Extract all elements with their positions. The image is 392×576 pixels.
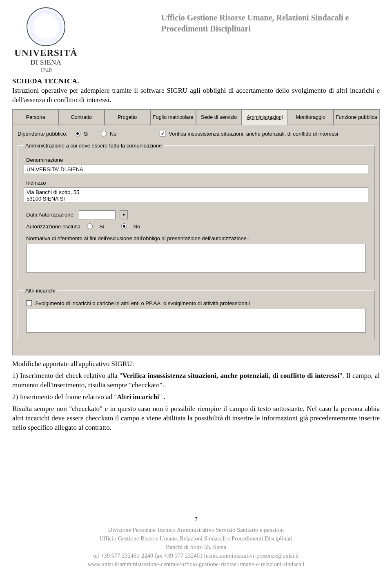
textarea-altri-incarichi[interactable]: [26, 309, 366, 333]
radio-auth-no[interactable]: [121, 223, 127, 229]
label-normativa: Normativa di riferimento ai fini dell'es…: [26, 235, 366, 241]
footer-line-1: Divisione Personale Tecnico Amministrati…: [24, 526, 368, 534]
fieldset-amministrazione: Amministrazione a cui deve essere fatta …: [18, 143, 374, 280]
fieldset-altri-incarichi: Altri incarichi Svolgimento di incarichi…: [18, 288, 374, 340]
label-denominazione: Denominazione: [26, 157, 368, 163]
page-number: 7: [24, 515, 368, 524]
tab-monitoraggio[interactable]: Monitoraggio: [288, 109, 334, 125]
point-3: Risulta sempre non "checckato" e in ques…: [12, 404, 380, 433]
footer-line-3: Banchi di Sotto 55, Siena: [24, 543, 368, 551]
label-auth-si: Si: [99, 223, 104, 230]
label-indirizzo: Indirizzo: [26, 180, 368, 186]
label-no: No: [110, 131, 117, 137]
textarea-normativa[interactable]: [26, 244, 366, 272]
letterhead: UNIVERSITÀ DI SIENA 1240 Ufficio Gestion…: [0, 0, 392, 74]
legend-amministrazione: Amministrazione a cui deve essere fatta …: [24, 143, 164, 149]
post-screenshot-text: Modifiche apportate all'applicativo SIGR…: [0, 355, 392, 433]
sigru-window: Persona Contratto Progetto Foglio matric…: [12, 109, 380, 355]
label-data-autorizzazione: Data Autorizzazione:: [26, 212, 75, 218]
seal-icon: [27, 7, 65, 46]
radio-dip-si[interactable]: [75, 131, 80, 136]
tab-foglio-matricolare[interactable]: Foglio matricolare: [150, 109, 196, 125]
label-verifica: Verifica insussistenza situazioni, anche…: [169, 131, 338, 137]
label-dipendente-pubblico: Dipendente pubblico:: [18, 131, 67, 137]
footer-line-2: Ufficio Gestione Risorse Umane, Relazion…: [24, 534, 368, 543]
tab-amministrazioni[interactable]: Amministrazioni: [242, 109, 287, 125]
radio-dip-no[interactable]: [101, 131, 107, 136]
logo-di-siena: DI SIENA: [12, 58, 80, 67]
checkbox-altri-incarichi[interactable]: [26, 300, 32, 306]
radio-auth-si[interactable]: [87, 223, 93, 229]
tab-progetto[interactable]: Progetto: [105, 109, 150, 125]
tab-funzione-pubblica[interactable]: Funzione pubblica: [334, 109, 379, 125]
section-title: SCHEDA TECNICA.: [12, 77, 380, 85]
input-data-autorizzazione[interactable]: [79, 210, 116, 219]
label-altri-incarichi: Svolgimento di incarichi o cariche in al…: [35, 300, 250, 306]
legend-altri-incarichi: Altri incarichi: [24, 288, 57, 294]
logo-uni: UNIVERSITÀ: [12, 48, 80, 58]
tab-contratto[interactable]: Contratto: [58, 109, 104, 125]
label-auth-no: No: [134, 223, 140, 230]
tab-panel-amministrazioni: Dipendente pubblico: Si No ✔ Verifica in…: [13, 125, 379, 355]
dropdown-button[interactable]: ▼: [120, 210, 128, 219]
point-2: 2) Inserimento del frame relativo ad "Al…: [12, 393, 380, 402]
point-1: 1) Inserimento del check relativo alla "…: [12, 371, 380, 390]
footer-line-4: tel +39 577 232461-2240 fax +39 577 2324…: [24, 551, 368, 560]
input-denominazione[interactable]: UNIVERSITA' DI SIENA: [24, 165, 368, 174]
checkbox-verifica[interactable]: ✔: [160, 131, 165, 136]
intro-paragraph: Istruzioni operative per adempiere trami…: [12, 86, 380, 105]
chevron-down-icon: ▼: [122, 212, 126, 217]
university-logo: UNIVERSITÀ DI SIENA 1240: [12, 7, 80, 74]
tab-sede-di-servizio[interactable]: Sede di servizio: [196, 109, 242, 125]
page-footer: 7 Divisione Personale Tecnico Amministra…: [0, 515, 392, 569]
footer-line-5: www.unisi.it/amministrazione-centrale/uf…: [24, 560, 368, 569]
label-autorizzazione-esclusa: Autorizzazione esclusa: [26, 223, 80, 230]
input-indirizzo[interactable]: Via Banchi di sotto, 55 53100 SIENA SI: [24, 188, 368, 202]
label-si: Si: [84, 131, 89, 137]
tab-bar: Persona Contratto Progetto Foglio matric…: [13, 109, 379, 125]
logo-year: 1240: [12, 67, 80, 74]
office-title: Ufficio Gestione Risorse Umane, Relazion…: [80, 7, 380, 34]
tab-persona[interactable]: Persona: [13, 109, 58, 125]
modifiche-heading: Modifiche apportate all'applicativo SIGR…: [12, 359, 380, 369]
